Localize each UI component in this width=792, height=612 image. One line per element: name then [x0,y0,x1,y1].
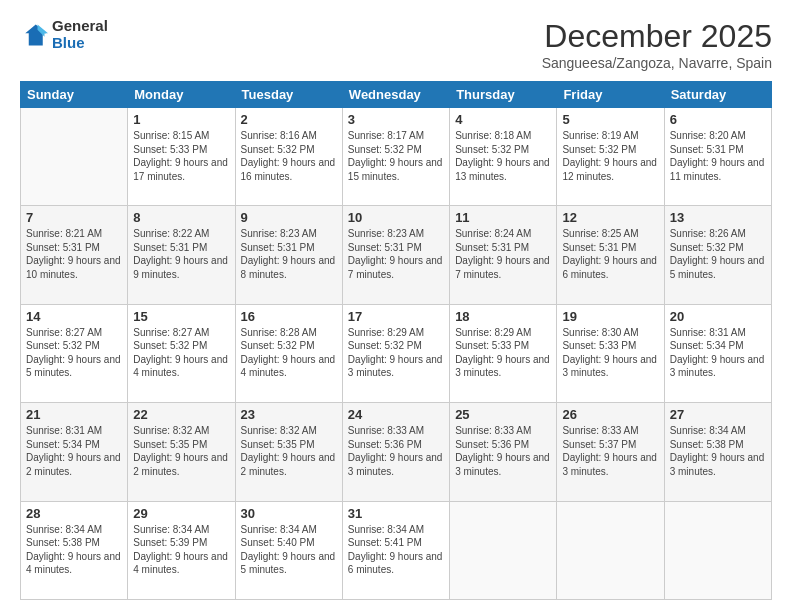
weekday-header: Wednesday [342,82,449,108]
day-number: 16 [241,309,337,324]
calendar-cell [450,501,557,599]
day-number: 2 [241,112,337,127]
calendar-cell: 28Sunrise: 8:34 AMSunset: 5:38 PMDayligh… [21,501,128,599]
calendar-cell [664,501,771,599]
cell-info: Sunrise: 8:23 AMSunset: 5:31 PMDaylight:… [241,227,337,281]
calendar-cell: 5Sunrise: 8:19 AMSunset: 5:32 PMDaylight… [557,108,664,206]
logo-general: General [52,18,108,35]
month-title: December 2025 [542,18,772,55]
day-number: 9 [241,210,337,225]
day-number: 29 [133,506,229,521]
location-subtitle: Sangueesa/Zangoza, Navarre, Spain [542,55,772,71]
day-number: 25 [455,407,551,422]
calendar-cell: 20Sunrise: 8:31 AMSunset: 5:34 PMDayligh… [664,304,771,402]
calendar-week-row: 7Sunrise: 8:21 AMSunset: 5:31 PMDaylight… [21,206,772,304]
day-number: 19 [562,309,658,324]
cell-info: Sunrise: 8:29 AMSunset: 5:32 PMDaylight:… [348,326,444,380]
cell-info: Sunrise: 8:32 AMSunset: 5:35 PMDaylight:… [241,424,337,478]
calendar-cell: 3Sunrise: 8:17 AMSunset: 5:32 PMDaylight… [342,108,449,206]
calendar-week-row: 14Sunrise: 8:27 AMSunset: 5:32 PMDayligh… [21,304,772,402]
calendar-cell: 26Sunrise: 8:33 AMSunset: 5:37 PMDayligh… [557,403,664,501]
cell-info: Sunrise: 8:18 AMSunset: 5:32 PMDaylight:… [455,129,551,183]
calendar-cell: 2Sunrise: 8:16 AMSunset: 5:32 PMDaylight… [235,108,342,206]
calendar-cell: 12Sunrise: 8:25 AMSunset: 5:31 PMDayligh… [557,206,664,304]
day-number: 12 [562,210,658,225]
calendar-cell: 29Sunrise: 8:34 AMSunset: 5:39 PMDayligh… [128,501,235,599]
day-number: 7 [26,210,122,225]
calendar-cell: 7Sunrise: 8:21 AMSunset: 5:31 PMDaylight… [21,206,128,304]
calendar-week-row: 1Sunrise: 8:15 AMSunset: 5:33 PMDaylight… [21,108,772,206]
calendar-cell: 15Sunrise: 8:27 AMSunset: 5:32 PMDayligh… [128,304,235,402]
day-number: 3 [348,112,444,127]
day-number: 30 [241,506,337,521]
calendar-cell: 1Sunrise: 8:15 AMSunset: 5:33 PMDaylight… [128,108,235,206]
calendar-cell: 24Sunrise: 8:33 AMSunset: 5:36 PMDayligh… [342,403,449,501]
cell-info: Sunrise: 8:17 AMSunset: 5:32 PMDaylight:… [348,129,444,183]
day-number: 23 [241,407,337,422]
day-number: 6 [670,112,766,127]
calendar-cell: 4Sunrise: 8:18 AMSunset: 5:32 PMDaylight… [450,108,557,206]
day-number: 8 [133,210,229,225]
day-number: 18 [455,309,551,324]
calendar-cell: 17Sunrise: 8:29 AMSunset: 5:32 PMDayligh… [342,304,449,402]
day-number: 10 [348,210,444,225]
cell-info: Sunrise: 8:34 AMSunset: 5:41 PMDaylight:… [348,523,444,577]
calendar-cell: 8Sunrise: 8:22 AMSunset: 5:31 PMDaylight… [128,206,235,304]
header: General Blue December 2025 Sangueesa/Zan… [20,18,772,71]
calendar-cell [21,108,128,206]
day-number: 5 [562,112,658,127]
cell-info: Sunrise: 8:20 AMSunset: 5:31 PMDaylight:… [670,129,766,183]
day-number: 27 [670,407,766,422]
weekday-header: Friday [557,82,664,108]
day-number: 11 [455,210,551,225]
cell-info: Sunrise: 8:24 AMSunset: 5:31 PMDaylight:… [455,227,551,281]
cell-info: Sunrise: 8:19 AMSunset: 5:32 PMDaylight:… [562,129,658,183]
cell-info: Sunrise: 8:31 AMSunset: 5:34 PMDaylight:… [26,424,122,478]
cell-info: Sunrise: 8:30 AMSunset: 5:33 PMDaylight:… [562,326,658,380]
cell-info: Sunrise: 8:28 AMSunset: 5:32 PMDaylight:… [241,326,337,380]
logo-blue: Blue [52,35,108,52]
cell-info: Sunrise: 8:33 AMSunset: 5:37 PMDaylight:… [562,424,658,478]
weekday-header: Monday [128,82,235,108]
calendar-cell: 11Sunrise: 8:24 AMSunset: 5:31 PMDayligh… [450,206,557,304]
cell-info: Sunrise: 8:33 AMSunset: 5:36 PMDaylight:… [348,424,444,478]
day-number: 14 [26,309,122,324]
cell-info: Sunrise: 8:22 AMSunset: 5:31 PMDaylight:… [133,227,229,281]
weekday-header: Saturday [664,82,771,108]
calendar-week-row: 28Sunrise: 8:34 AMSunset: 5:38 PMDayligh… [21,501,772,599]
calendar-header-row: SundayMondayTuesdayWednesdayThursdayFrid… [21,82,772,108]
cell-info: Sunrise: 8:34 AMSunset: 5:39 PMDaylight:… [133,523,229,577]
calendar-table: SundayMondayTuesdayWednesdayThursdayFrid… [20,81,772,600]
calendar-cell: 30Sunrise: 8:34 AMSunset: 5:40 PMDayligh… [235,501,342,599]
weekday-header: Tuesday [235,82,342,108]
cell-info: Sunrise: 8:27 AMSunset: 5:32 PMDaylight:… [133,326,229,380]
calendar-cell: 13Sunrise: 8:26 AMSunset: 5:32 PMDayligh… [664,206,771,304]
day-number: 28 [26,506,122,521]
day-number: 22 [133,407,229,422]
cell-info: Sunrise: 8:34 AMSunset: 5:38 PMDaylight:… [670,424,766,478]
weekday-header: Sunday [21,82,128,108]
cell-info: Sunrise: 8:34 AMSunset: 5:38 PMDaylight:… [26,523,122,577]
cell-info: Sunrise: 8:34 AMSunset: 5:40 PMDaylight:… [241,523,337,577]
cell-info: Sunrise: 8:31 AMSunset: 5:34 PMDaylight:… [670,326,766,380]
calendar-cell: 14Sunrise: 8:27 AMSunset: 5:32 PMDayligh… [21,304,128,402]
calendar-cell: 18Sunrise: 8:29 AMSunset: 5:33 PMDayligh… [450,304,557,402]
cell-info: Sunrise: 8:27 AMSunset: 5:32 PMDaylight:… [26,326,122,380]
calendar-cell: 25Sunrise: 8:33 AMSunset: 5:36 PMDayligh… [450,403,557,501]
day-number: 31 [348,506,444,521]
day-number: 24 [348,407,444,422]
logo-text: General Blue [52,18,108,51]
day-number: 13 [670,210,766,225]
day-number: 20 [670,309,766,324]
calendar-cell: 19Sunrise: 8:30 AMSunset: 5:33 PMDayligh… [557,304,664,402]
day-number: 21 [26,407,122,422]
calendar-cell: 27Sunrise: 8:34 AMSunset: 5:38 PMDayligh… [664,403,771,501]
calendar-cell: 16Sunrise: 8:28 AMSunset: 5:32 PMDayligh… [235,304,342,402]
calendar-cell: 22Sunrise: 8:32 AMSunset: 5:35 PMDayligh… [128,403,235,501]
cell-info: Sunrise: 8:21 AMSunset: 5:31 PMDaylight:… [26,227,122,281]
day-number: 17 [348,309,444,324]
cell-info: Sunrise: 8:23 AMSunset: 5:31 PMDaylight:… [348,227,444,281]
cell-info: Sunrise: 8:16 AMSunset: 5:32 PMDaylight:… [241,129,337,183]
cell-info: Sunrise: 8:15 AMSunset: 5:33 PMDaylight:… [133,129,229,183]
calendar-cell: 9Sunrise: 8:23 AMSunset: 5:31 PMDaylight… [235,206,342,304]
